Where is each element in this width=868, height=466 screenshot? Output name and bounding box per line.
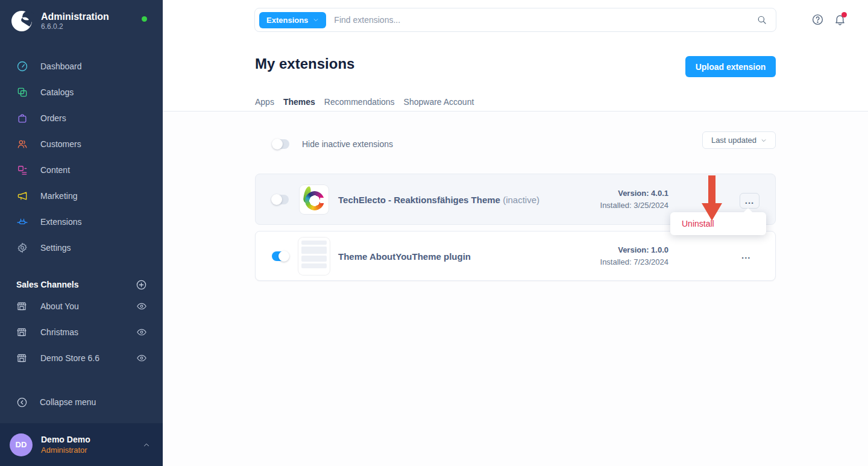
sidebar: Administration 6.6.0.2 Dashboard Catalog…	[0, 0, 163, 466]
topbar: Extensions	[163, 0, 868, 40]
sales-channels-list: About You Christmas Demo Store 6.6	[0, 293, 163, 371]
sidebar-item-settings[interactable]: Settings	[0, 235, 163, 260]
context-menu-popup: Uninstall	[670, 212, 766, 235]
extension-status: (inactive)	[503, 194, 539, 204]
search-input[interactable]	[334, 15, 756, 25]
help-icon[interactable]	[811, 13, 824, 26]
sidebar-item-label: Dashboard	[40, 61, 82, 71]
sales-channel-label: Demo Store 6.6	[40, 353, 136, 363]
sales-channel-label: Christmas	[40, 327, 136, 337]
theme-placeholder-icon	[298, 238, 330, 275]
app-version: 6.6.0.2	[41, 22, 109, 31]
eye-icon[interactable]	[136, 301, 147, 312]
storefront-icon	[16, 301, 27, 312]
sort-dropdown[interactable]: Last updated	[702, 131, 776, 149]
status-dot	[142, 16, 147, 22]
extension-active-toggle[interactable]	[272, 251, 289, 261]
sales-channel-demo-store[interactable]: Demo Store 6.6	[0, 345, 163, 371]
add-sales-channel-icon[interactable]	[136, 279, 147, 291]
extension-version: Version: 1.0.0	[600, 244, 668, 256]
context-menu-button[interactable]: ...	[740, 193, 760, 209]
page-title: My extensions	[255, 55, 354, 72]
app-title: Administration	[41, 11, 109, 22]
main-content: My extensions Upload extension Apps Them…	[163, 40, 868, 466]
sales-channels-header: Sales Channels	[0, 276, 163, 293]
sidebar-item-label: Marketing	[40, 191, 77, 201]
sidebar-item-dashboard[interactable]: Dashboard	[0, 53, 163, 79]
chevron-up-icon	[142, 441, 151, 449]
sidebar-item-label: Extensions	[40, 217, 81, 227]
techelecto-logo	[300, 185, 329, 214]
notification-bell-icon[interactable]	[834, 13, 846, 26]
marketing-icon	[16, 190, 28, 202]
collapse-menu-button[interactable]: Collapse menu	[0, 388, 163, 416]
chevron-down-icon	[761, 137, 767, 143]
main-nav: Dashboard Catalogs Orders Customers	[0, 53, 163, 260]
sidebar-item-label: Catalogs	[40, 87, 74, 97]
extension-row-aboutyoutheme: Theme AboutYouTheme plugin Version: 1.0.…	[255, 231, 776, 281]
chevron-left-circle-icon	[16, 397, 28, 408]
extensions-icon	[16, 216, 28, 228]
sidebar-item-extensions[interactable]: Extensions	[0, 209, 163, 235]
extension-installed-date: Installed: 3/25/2024	[600, 200, 668, 212]
user-name: Demo Demo	[41, 434, 134, 445]
sales-channel-christmas[interactable]: Christmas	[0, 319, 163, 345]
hide-inactive-label: Hide inactive extensions	[302, 139, 393, 149]
user-menu[interactable]: DD Demo Demo Administrator	[0, 423, 163, 466]
catalogs-icon	[16, 86, 28, 98]
customers-icon	[16, 138, 28, 150]
storefront-icon	[16, 353, 27, 364]
collapse-menu-label: Collapse menu	[40, 397, 96, 407]
extension-installed-date: Installed: 7/23/2024	[600, 256, 668, 268]
extension-active-toggle[interactable]	[272, 195, 289, 204]
dashboard-icon	[16, 60, 28, 72]
brand: Administration 6.6.0.2	[0, 0, 163, 42]
extension-name: TechElecto - Reaktionsfähiges Theme	[338, 194, 500, 204]
extension-version: Version: 4.0.1	[600, 187, 668, 200]
upload-extension-button[interactable]: Upload extension	[685, 56, 776, 77]
search-scope-button[interactable]: Extensions	[259, 12, 326, 28]
sales-channels-title: Sales Channels	[16, 280, 79, 289]
search-icon[interactable]	[756, 14, 767, 25]
shopware-logo-icon	[10, 9, 34, 33]
eye-icon[interactable]	[136, 327, 147, 338]
user-role: Administrator	[41, 445, 134, 455]
sidebar-item-label: Settings	[40, 243, 71, 253]
sort-dropdown-label: Last updated	[711, 136, 756, 145]
uninstall-menu-item[interactable]: Uninstall	[670, 212, 766, 235]
sidebar-item-orders[interactable]: Orders	[0, 105, 163, 131]
avatar: DD	[10, 433, 33, 456]
hide-inactive-toggle[interactable]	[272, 139, 289, 149]
search-scope-label: Extensions	[266, 16, 308, 25]
shopware-admin: Administration 6.6.0.2 Dashboard Catalog…	[0, 0, 868, 466]
sidebar-item-label: Content	[40, 165, 70, 175]
notification-dot	[841, 12, 847, 17]
sales-channel-label: About You	[40, 301, 136, 311]
context-menu-button[interactable]: ...	[741, 250, 751, 260]
chevron-down-icon	[313, 17, 319, 23]
content-icon	[16, 164, 28, 176]
global-search[interactable]: Extensions	[254, 8, 776, 32]
orders-icon	[16, 112, 28, 124]
sidebar-item-label: Orders	[40, 113, 66, 123]
sidebar-item-customers[interactable]: Customers	[0, 131, 163, 157]
sidebar-item-content[interactable]: Content	[0, 157, 163, 183]
sidebar-item-marketing[interactable]: Marketing	[0, 183, 163, 209]
sidebar-item-catalogs[interactable]: Catalogs	[0, 79, 163, 105]
storefront-icon	[16, 327, 27, 338]
hide-inactive-filter: Hide inactive extensions	[272, 139, 393, 149]
extension-name: Theme AboutYouTheme plugin	[338, 251, 471, 261]
sales-channel-about-you[interactable]: About You	[0, 293, 163, 319]
settings-icon	[16, 242, 28, 254]
sidebar-item-label: Customers	[40, 139, 81, 149]
eye-icon[interactable]	[136, 353, 147, 364]
